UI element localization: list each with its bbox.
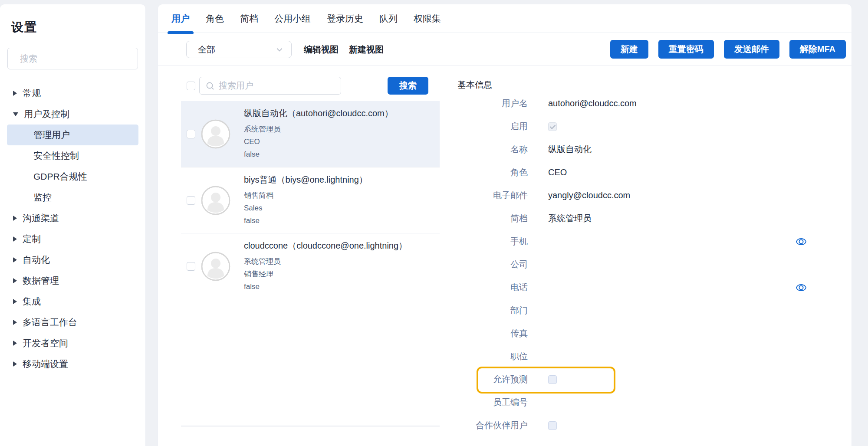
user-profile: 系统管理员 [244,123,393,135]
field-row-mobile: 手机 [457,230,839,253]
sidebar-item-multilingual-workbench[interactable]: 多语言工作台 [7,312,138,333]
field-label: 角色 [457,167,528,178]
user-role: Sales [244,202,368,214]
tab-label: 用户 [171,13,190,25]
tab-label: 角色 [206,13,224,25]
tab-permission-sets[interactable]: 权限集 [414,4,441,33]
sidebar-item-manage-users[interactable]: 管理用户 [7,125,138,145]
field-rows: 用户名 autohori@cloudcc.com 启用 名称 纵版自动化 角色 … [457,92,839,437]
search-icon [206,82,214,90]
field-value-area: 系统管理员 [548,213,592,224]
tab-public-groups[interactable]: 公用小组 [274,4,311,33]
user-name: 纵版自动化（autohori@cloudcc.com） [244,108,393,119]
sidebar-item-customization[interactable]: 定制 [7,229,138,249]
sidebar-item-data-management[interactable]: 数据管理 [7,270,138,291]
field-value-area: autohori@cloudcc.com [548,98,637,108]
field-row-phone: 电话 [457,276,839,299]
eye-icon[interactable] [796,236,807,247]
sidebar-item-monitoring[interactable]: 监控 [7,187,138,208]
page-title: 设置 [11,19,145,36]
field-row-enabled: 启用 [457,115,839,138]
user-checkbox[interactable] [187,262,195,271]
field-label: 公司 [457,259,528,270]
sidebar-item-security-control[interactable]: 安全性控制 [7,145,138,166]
sidebar-menu: 常规 用户及控制 管理用户 安全性控制 GDPR合规性 监控 沟通渠道 定制 自… [0,83,145,374]
field-value-area: yangly@cloudcc.com [548,190,630,200]
sidebar-item-users-and-control[interactable]: 用户及控制 [7,104,138,125]
user-list-panel: 搜索 纵版自动化（autohori@cloudcc.com） 系统管理员 CEO… [181,77,440,426]
expand-arrow-icon [13,299,17,304]
user-list-item[interactable]: cloudccone（cloudccone@one.lightning） 系统管… [181,233,440,299]
avatar [201,186,230,215]
tab-profiles[interactable]: 简档 [240,4,258,33]
sidebar-item-communication-channels[interactable]: 沟通渠道 [7,208,138,229]
sidebar-item-label: 自动化 [23,254,50,266]
field-row-username: 用户名 autohori@cloudcc.com [457,92,839,115]
user-text: cloudccone（cloudccone@one.lightning） 系统管… [244,240,407,293]
field-row-full-name: 名称 纵版自动化 [457,138,839,161]
field-row-employee-id: 员工编号 [457,391,839,414]
field-row-email: 电子邮件 yangly@cloudcc.com [457,184,839,207]
sidebar-search-box[interactable] [7,48,138,69]
tab-login-history[interactable]: 登录历史 [327,4,363,33]
field-value-area [548,421,557,430]
username-value: autohori@cloudcc.com [548,98,637,108]
field-value-area [548,375,557,384]
user-role: 销售经理 [244,268,407,280]
expand-arrow-icon [13,91,17,96]
sidebar-item-mobile-settings[interactable]: 移动端设置 [7,354,138,374]
eye-icon[interactable] [796,282,807,293]
user-list-item[interactable]: biys普通（biys@one.lightning） 销售简档 Sales fa… [181,167,440,233]
expand-arrow-icon [13,236,17,242]
tab-roles[interactable]: 角色 [206,4,224,33]
field-label: 员工编号 [457,397,528,408]
enabled-checkbox[interactable] [548,122,557,131]
sidebar-item-general[interactable]: 常规 [7,83,138,104]
view-filter-select[interactable]: 全部 [186,41,292,58]
section-title: 基本信息 [457,79,492,91]
field-row-allow-forecast: 允许预测 [457,368,839,391]
field-row-role: 角色 CEO [457,161,839,184]
full-name-value: 纵版自动化 [548,144,592,155]
tab-queues[interactable]: 队列 [379,4,398,33]
user-name: cloudccone（cloudccone@one.lightning） [244,240,407,252]
user-checkbox[interactable] [187,130,195,138]
field-row-fax: 传真 [457,322,839,345]
field-label: 手机 [457,236,528,247]
sidebar-search-input[interactable] [20,54,135,64]
sidebar-item-label: 集成 [23,295,41,308]
sidebar-item-label: 定制 [23,233,41,245]
user-search-box[interactable] [199,77,341,95]
select-all-checkbox[interactable] [187,82,195,90]
sidebar-item-label: 沟通渠道 [23,212,59,224]
sidebar-item-automation[interactable]: 自动化 [7,249,138,270]
user-checkbox[interactable] [187,196,195,205]
tab-label: 简档 [240,13,258,25]
expand-arrow-icon [13,341,17,346]
expand-arrow-icon [13,320,17,325]
view-links: 编辑视图 新建视图 [304,33,384,66]
tab-label: 队列 [379,13,398,25]
new-view-link[interactable]: 新建视图 [349,44,384,56]
user-text: biys普通（biys@one.lightning） 销售简档 Sales fa… [244,174,368,227]
allow-forecast-checkbox[interactable] [548,375,557,384]
tab-users[interactable]: 用户 [171,4,190,33]
sidebar-item-developer-space[interactable]: 开发者空间 [7,333,138,354]
field-row-job-title: 职位 [457,345,839,368]
search-button[interactable]: 搜索 [388,77,428,95]
sidebar-item-gdpr-compliance[interactable]: GDPR合规性 [7,166,138,187]
tab-label: 权限集 [414,13,441,25]
main-panel: 用户 角色 简档 公用小组 登录历史 队列 权限集 全部 编辑视图 新建视图 新… [158,4,852,446]
sidebar-item-integration[interactable]: 集成 [7,291,138,312]
tab-label: 公用小组 [274,13,311,25]
expand-arrow-icon [13,257,17,262]
user-list-item[interactable]: 纵版自动化（autohori@cloudcc.com） 系统管理员 CEO fa… [181,101,440,167]
sidebar-item-label: 移动端设置 [23,358,68,370]
user-search-input[interactable] [219,81,335,91]
user-profile: 销售简档 [244,189,368,202]
field-row-partner-user: 合作伙伴用户 [457,414,839,437]
edit-view-link[interactable]: 编辑视图 [304,44,339,56]
sidebar-item-label: GDPR合规性 [33,171,87,183]
partner-user-checkbox[interactable] [548,421,557,430]
role-value: CEO [548,167,567,177]
